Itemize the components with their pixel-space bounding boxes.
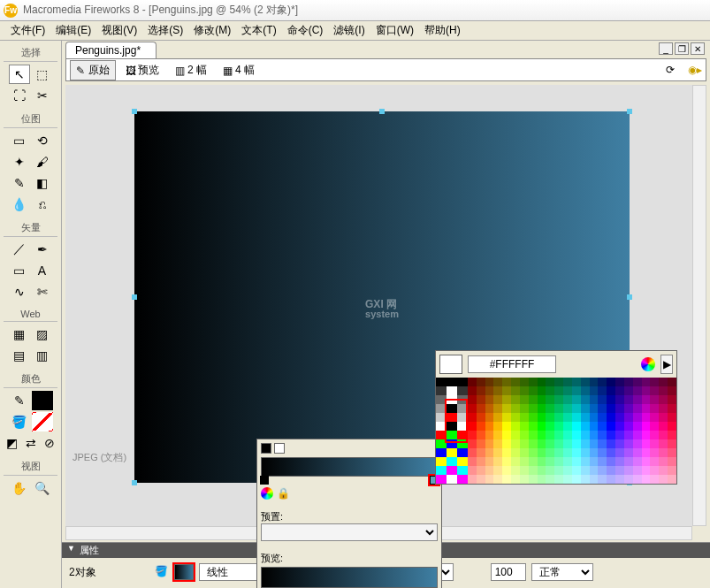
color-cell[interactable] [546,386,554,395]
color-cell[interactable] [520,413,529,422]
color-cell[interactable] [538,448,546,457]
color-cell[interactable] [546,439,554,448]
color-cell[interactable] [633,386,642,395]
color-cell[interactable] [468,475,477,484]
color-cell[interactable] [546,378,554,386]
color-cell[interactable] [642,475,651,484]
color-cell[interactable] [436,457,447,466]
color-cell[interactable] [581,378,590,386]
color-cell[interactable] [468,431,477,439]
color-cell[interactable] [633,404,642,413]
color-cell[interactable] [511,404,520,413]
color-cell[interactable] [529,413,538,422]
color-cell[interactable] [598,448,607,457]
color-cell[interactable] [563,475,572,484]
color-cell[interactable] [659,395,668,404]
menu-window[interactable]: 窗口(W) [370,23,419,38]
knife-tool[interactable]: ✄ [32,282,53,302]
color-cell[interactable] [642,378,651,386]
color-cell[interactable] [546,422,554,431]
color-cell[interactable] [581,431,590,439]
color-cell[interactable] [554,457,563,466]
color-cell[interactable] [520,431,529,439]
color-cell[interactable] [546,395,554,404]
color-cell[interactable] [668,448,676,457]
color-cell[interactable] [615,457,624,466]
color-cell[interactable] [572,475,581,484]
color-cell[interactable] [590,457,599,466]
menu-file[interactable]: 文件(F) [5,23,50,38]
color-cell[interactable] [493,466,502,475]
color-cell[interactable] [598,413,607,422]
color-cell[interactable] [668,457,676,466]
color-cell[interactable] [668,413,676,422]
color-cell[interactable] [659,413,668,422]
color-cell[interactable] [511,448,520,457]
default-colors-icon[interactable]: ◩ [4,433,20,453]
color-cell[interactable] [650,475,659,484]
color-cell[interactable] [624,378,633,386]
color-cell[interactable] [477,475,485,484]
color-cell[interactable] [554,413,563,422]
color-cell[interactable] [650,386,659,395]
color-cell[interactable] [659,466,668,475]
color-cell[interactable] [590,466,599,475]
color-cell[interactable] [529,448,538,457]
color-cell[interactable] [502,386,511,395]
color-cell[interactable] [447,475,457,484]
color-cell[interactable] [590,422,599,431]
color-cell[interactable] [650,466,659,475]
text-tool[interactable]: A [32,261,53,280]
color-cell[interactable] [581,457,590,466]
zoom-tool[interactable]: 🔍 [32,478,53,498]
color-cell[interactable] [520,378,529,386]
color-cell[interactable] [457,439,468,448]
color-cell[interactable] [590,431,599,439]
color-cell[interactable] [598,386,607,395]
color-cell[interactable] [436,431,447,439]
color-cell[interactable] [485,457,494,466]
gradient-color-stop-start[interactable] [260,476,269,485]
color-cell[interactable] [624,448,633,457]
color-cell[interactable] [607,475,615,484]
selection-handle[interactable] [132,294,137,300]
color-cell[interactable] [485,466,494,475]
color-cell[interactable] [529,395,538,404]
color-cell[interactable] [485,378,494,386]
color-cell[interactable] [457,395,468,404]
color-cell[interactable] [659,386,668,395]
color-cell[interactable] [633,413,642,422]
color-cell[interactable] [538,475,546,484]
swap-colors-icon[interactable]: ⇄ [22,433,39,453]
color-cell[interactable] [520,395,529,404]
color-cell[interactable] [615,404,624,413]
color-cell[interactable] [477,404,485,413]
color-cell[interactable] [607,457,615,466]
color-cell[interactable] [624,475,633,484]
color-cell[interactable] [668,386,676,395]
color-cell[interactable] [554,422,563,431]
color-cell[interactable] [581,422,590,431]
color-cell[interactable] [457,386,468,395]
selection-handle[interactable] [132,480,137,485]
color-cell[interactable] [477,431,485,439]
color-cell[interactable] [538,378,546,386]
brush-tool[interactable]: 🖌 [32,152,53,172]
color-cell[interactable] [615,378,624,386]
color-cell[interactable] [563,395,572,404]
color-cell[interactable] [447,431,457,439]
color-cell[interactable] [572,378,581,386]
color-cell[interactable] [642,448,651,457]
selection-handle[interactable] [379,109,385,114]
color-cell[interactable] [511,395,520,404]
opacity-input[interactable] [491,563,526,581]
color-cell[interactable] [642,395,651,404]
color-cell[interactable] [554,378,563,386]
color-cell[interactable] [485,422,494,431]
menu-modify[interactable]: 修改(M) [188,23,236,38]
color-cell[interactable] [563,448,572,457]
color-cell[interactable] [529,386,538,395]
color-cell[interactable] [615,422,624,431]
color-cell[interactable] [607,395,615,404]
selection-handle[interactable] [627,294,632,300]
